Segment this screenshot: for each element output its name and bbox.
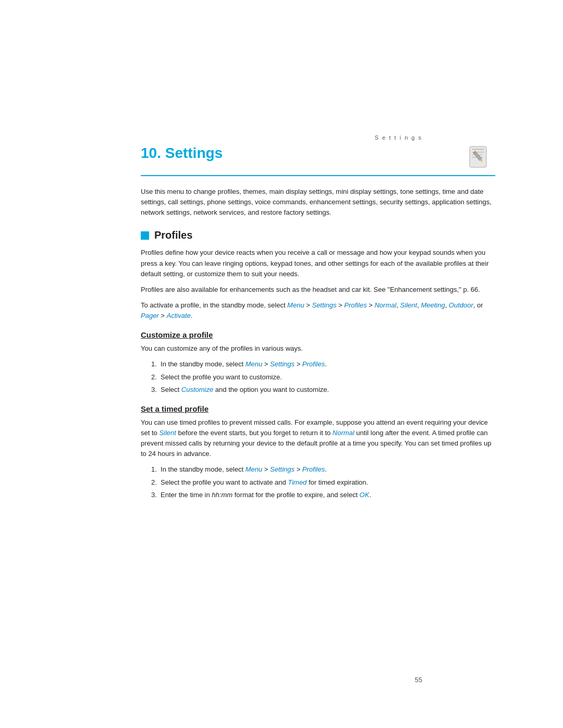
- timed-steps-list: 1. In the standby mode, select Menu > Se…: [141, 464, 495, 500]
- profiles-paragraph1: Profiles define how your device reacts w…: [141, 248, 495, 279]
- chapter-icon: [464, 145, 495, 171]
- list-item: 2. Select the profile you want to custom…: [141, 372, 495, 382]
- list-item: 2. Select the profile you want to activa…: [141, 477, 495, 488]
- normal-link-2: Normal: [333, 429, 354, 437]
- list-item: 1. In the standby mode, select Menu > Se…: [141, 464, 495, 475]
- customize-intro: You can customize any of the profiles in…: [141, 343, 495, 354]
- settings-icon: [464, 144, 495, 171]
- settings-link-2: Settings: [270, 360, 295, 368]
- chapter-header-label: S e t t i n g s: [375, 134, 422, 141]
- list-item: 3. Enter the time in hh:mm format for th…: [141, 490, 495, 500]
- profiles-paragraph2: Profiles are also available for enhancem…: [141, 285, 495, 295]
- meeting-link: Meeting: [421, 301, 445, 309]
- menu-link-2: Menu: [246, 360, 263, 368]
- timed-profile-intro: You can use timed profiles to prevent mi…: [141, 417, 495, 460]
- timed-link: Timed: [288, 478, 307, 486]
- chapter-title: 10. Settings: [141, 145, 223, 162]
- activate-link: Activate: [167, 312, 191, 319]
- intro-paragraph: Use this menu to change profiles, themes…: [141, 187, 495, 218]
- menu-link-3: Menu: [246, 465, 263, 473]
- main-content: 10. Settings: [141, 145, 495, 505]
- settings-link-1: Settings: [312, 301, 336, 309]
- customize-heading: Customize a profile: [141, 330, 495, 339]
- silent-link-1: Silent: [400, 301, 418, 309]
- timed-profile-heading: Set a timed profile: [141, 404, 495, 413]
- profiles-link-2: Profiles: [302, 360, 325, 368]
- chapter-heading: 10. Settings: [141, 145, 495, 176]
- customize-link: Customize: [181, 386, 213, 393]
- outdoor-link: Outdoor: [449, 301, 473, 309]
- list-item: 3. Select Customize and the option you w…: [141, 385, 495, 395]
- profiles-link-1: Profiles: [344, 301, 366, 309]
- pager-link: Pager: [141, 312, 159, 319]
- svg-rect-1: [472, 149, 484, 150]
- page-container: S e t t i n g s 10. Settings: [0, 0, 563, 728]
- profiles-section-title: Profiles: [154, 229, 192, 241]
- profiles-link-3: Profiles: [302, 465, 325, 473]
- customize-steps-list: 1. In the standby mode, select Menu > Se…: [141, 359, 495, 394]
- profiles-section-heading: Profiles: [141, 229, 495, 241]
- menu-link-1: Menu: [287, 301, 304, 309]
- list-item: 1. In the standby mode, select Menu > Se…: [141, 359, 495, 369]
- ok-link: OK: [360, 491, 370, 499]
- blue-square-icon: [141, 231, 149, 240]
- page-number: 55: [415, 676, 422, 684]
- profiles-paragraph3: To activate a profile, in the standby mo…: [141, 300, 495, 321]
- silent-link-2: Silent: [159, 429, 176, 437]
- settings-link-3: Settings: [270, 465, 295, 473]
- normal-link: Normal: [374, 301, 396, 309]
